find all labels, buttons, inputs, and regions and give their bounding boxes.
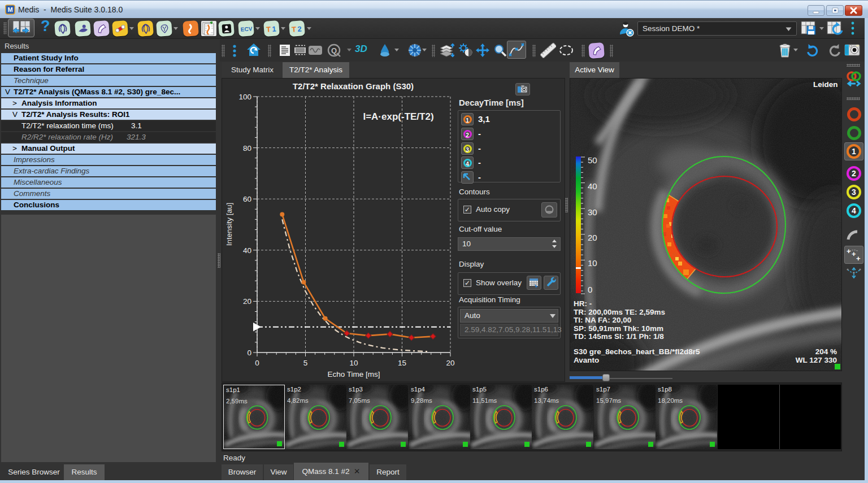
- svg-text:+: +: [852, 250, 856, 258]
- svg-text:2: 2: [297, 24, 301, 33]
- svg-text:0: 0: [247, 349, 251, 357]
- svg-text:40: 40: [243, 246, 251, 255]
- svg-text:Echo Time [ms]: Echo Time [ms]: [327, 370, 380, 378]
- svg-text:ECV: ECV: [240, 25, 253, 32]
- svg-text:I=A·exp(-TE/T2): I=A·exp(-TE/T2): [363, 111, 433, 122]
- svg-text:20: 20: [446, 359, 454, 367]
- svg-text:Intensity [au]: Intensity [au]: [225, 203, 233, 246]
- svg-text:60: 60: [243, 195, 251, 203]
- svg-text:15: 15: [398, 359, 406, 367]
- svg-text:20: 20: [243, 297, 251, 306]
- svg-text:1: 1: [271, 24, 276, 33]
- svg-text:T2/T2* Relaxation Graph (S30): T2/T2* Relaxation Graph (S30): [293, 81, 414, 91]
- svg-text:T: T: [266, 25, 271, 34]
- svg-text:10: 10: [349, 359, 358, 367]
- svg-text:0: 0: [255, 359, 259, 367]
- svg-text:Q: Q: [331, 46, 337, 55]
- svg-text:+: +: [856, 254, 861, 263]
- svg-text:5: 5: [303, 359, 308, 367]
- svg-text:80: 80: [243, 144, 251, 153]
- svg-text:100: 100: [238, 93, 251, 101]
- svg-text:T: T: [291, 25, 296, 34]
- svg-text:+: +: [847, 247, 851, 255]
- svg-text:M: M: [7, 6, 12, 13]
